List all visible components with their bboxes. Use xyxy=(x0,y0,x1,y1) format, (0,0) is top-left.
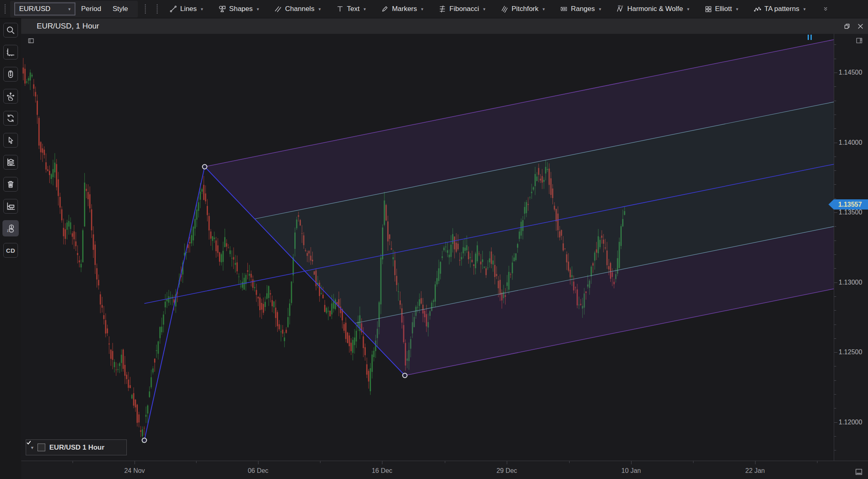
tool-button-elliott[interactable]: Elliott ▾ xyxy=(699,1,744,18)
axes-icon xyxy=(6,48,15,57)
chevron-down-icon: ▾ xyxy=(421,7,424,12)
tool-label: Shapes xyxy=(229,5,253,13)
time-axis-tick xyxy=(755,461,755,464)
toolbar-drag-grip[interactable] xyxy=(144,4,146,14)
tool-button-ranges[interactable]: Ranges ▾ xyxy=(554,1,607,18)
pitchfork-anchor-handle[interactable] xyxy=(203,165,207,169)
pitchfork-anchor-handle[interactable] xyxy=(142,438,147,443)
period-button[interactable]: Period xyxy=(75,1,107,18)
sidebar-refresh-tool[interactable] xyxy=(3,111,18,126)
sidebar-zoom-tool[interactable] xyxy=(3,23,18,38)
chevron-down-icon: ▾ xyxy=(364,7,366,12)
tool-button-markers[interactable]: Markers ▾ xyxy=(375,1,429,18)
chart-title: EUR/USD, 1 Hour xyxy=(37,22,99,31)
time-axis-label: 29 Dec xyxy=(497,467,517,475)
fibonacci-icon xyxy=(439,5,446,13)
current-price-badge: 1.13557 xyxy=(828,199,868,210)
svg-text:ABCD: ABCD xyxy=(618,5,623,7)
pan-icon xyxy=(6,92,15,101)
sidebar-callout-tool[interactable]: v x xyxy=(3,199,18,214)
layers-icon xyxy=(6,158,15,167)
tool-button-fibonacci[interactable]: Fibonacci ▾ xyxy=(433,1,491,18)
chevron-down-icon: ▾ xyxy=(483,7,486,12)
toolbar-overflow-button[interactable] xyxy=(823,6,828,12)
tool-label: Channels xyxy=(285,5,314,13)
sidebar-scroll-tool[interactable] xyxy=(3,67,18,82)
time-axis-tick xyxy=(258,461,258,464)
sidebar-cd-tool[interactable]: CD xyxy=(3,243,18,258)
price-axis-label: 1.14000 xyxy=(839,139,862,146)
text-icon xyxy=(336,5,344,13)
price-axis-tick xyxy=(834,101,836,101)
chevron-down-icon: ▾ xyxy=(599,7,601,12)
time-axis-tick xyxy=(320,461,320,463)
price-axis-tick xyxy=(834,128,836,129)
tool-label: Lines xyxy=(180,5,197,13)
time-axis-label: 10 Jan xyxy=(621,467,641,475)
time-axis-tick xyxy=(693,461,694,463)
price-axis-tick xyxy=(834,450,836,450)
chart-plot-area[interactable]: ▾ EUR/USD 1 Hour xyxy=(21,34,834,461)
tool-label: Pitchfork xyxy=(512,5,539,13)
tool-label: Elliott xyxy=(715,5,732,13)
legend-expand-caret[interactable]: ▾ xyxy=(31,445,33,450)
price-axis[interactable]: 1.13557 1.145001.140001.135001.130001.12… xyxy=(834,34,868,461)
sidebar-cursor-tool[interactable] xyxy=(3,133,18,148)
symbol-period-group: EUR/USD ▾ Period Style xyxy=(10,1,138,18)
tool-button-lines[interactable]: Lines ▾ xyxy=(164,1,209,18)
hand-tap-icon: 1 xyxy=(6,224,15,233)
price-axis-tick xyxy=(834,254,836,255)
cursor-icon xyxy=(7,136,15,144)
svg-text:1: 1 xyxy=(7,229,9,233)
trash-icon xyxy=(6,180,15,189)
tool-label: Ranges xyxy=(571,5,595,13)
price-axis-tick xyxy=(834,143,837,143)
drawing-tools-group: Lines ▾ Shapes ▾ Channels ▾ Text ▾ Marke… xyxy=(164,1,815,18)
sidebar-delete-tool[interactable] xyxy=(3,177,18,192)
tool-button-shapes[interactable]: Shapes ▾ xyxy=(213,1,265,18)
price-axis-tick xyxy=(834,157,836,157)
sidebar-layers-tool[interactable] xyxy=(3,155,18,170)
symbol-dropdown[interactable]: EUR/USD ▾ xyxy=(14,2,75,15)
toolbar-drag-grip[interactable] xyxy=(156,4,158,14)
pitchfork-drawing[interactable] xyxy=(142,40,834,442)
price-axis-tick xyxy=(834,366,836,366)
price-axis-tick xyxy=(834,199,836,199)
sidebar-scale-tool[interactable] xyxy=(3,45,18,60)
price-axis-tick xyxy=(834,296,836,297)
price-axis-tick xyxy=(834,44,836,45)
toolbar-drag-grip[interactable] xyxy=(4,4,6,14)
chart-titlebar[interactable]: EUR/USD, 1 Hour xyxy=(21,18,868,34)
tool-button-text[interactable]: Text ▾ xyxy=(331,1,372,18)
tool-button-pitchfork[interactable]: Pitchfork ▾ xyxy=(495,1,551,18)
timeframe-panel-icon[interactable] xyxy=(855,468,863,476)
price-axis-tick xyxy=(834,73,837,73)
restore-window-icon[interactable] xyxy=(844,23,850,30)
style-button[interactable]: Style xyxy=(107,1,134,18)
price-axis-tick xyxy=(834,170,836,171)
pitchfork-anchor-handle[interactable] xyxy=(403,373,407,378)
symbol-dropdown-value: EUR/USD xyxy=(19,5,51,13)
price-axis-tick xyxy=(834,352,837,353)
tool-label: Harmonic & Wolfe xyxy=(627,5,683,13)
market-pause-icon xyxy=(808,35,812,40)
time-axis[interactable]: 24 Nov06 Dec16 Dec29 Dec10 Jan22 Jan xyxy=(21,461,868,479)
price-axis-settings-icon[interactable] xyxy=(856,37,863,44)
chart-legend[interactable]: ▾ EUR/USD 1 Hour xyxy=(26,439,127,455)
price-axis-tick xyxy=(834,436,836,437)
price-axis-tick xyxy=(834,338,836,339)
sidebar-pan-tool[interactable] xyxy=(3,89,18,104)
price-axis-tick xyxy=(834,422,837,423)
chevron-down-icon: ▾ xyxy=(736,7,738,12)
close-icon[interactable] xyxy=(857,23,864,30)
legend-checkbox[interactable] xyxy=(38,444,45,451)
mouse-scroll-icon xyxy=(6,70,15,79)
sidebar-tap-tool[interactable]: 1 xyxy=(2,220,19,236)
elliott-icon xyxy=(705,6,712,13)
tool-button-ta-patterns[interactable]: TA patterns ▾ xyxy=(748,1,811,18)
tool-button-harmonic-wolfe[interactable]: ABCD Harmonic & Wolfe ▾ xyxy=(611,1,695,18)
chevron-down-icon: ▾ xyxy=(318,7,321,12)
tool-button-channels[interactable]: Channels ▾ xyxy=(269,1,326,18)
tool-label: Text xyxy=(347,5,360,13)
chevron-down-icon: ▾ xyxy=(257,7,259,12)
